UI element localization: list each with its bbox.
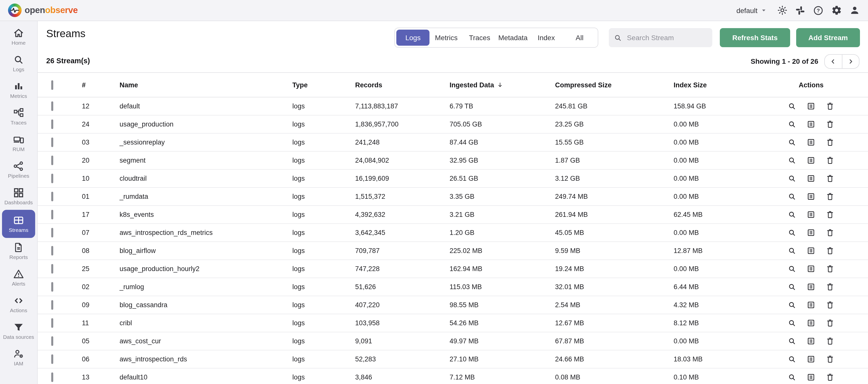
org-dropdown[interactable]: default bbox=[736, 6, 767, 14]
stream-details-icon[interactable] bbox=[807, 373, 815, 382]
add-stream-button[interactable]: Add Stream bbox=[796, 28, 860, 47]
explore-icon[interactable] bbox=[787, 355, 796, 363]
tab-traces[interactable]: Traces bbox=[463, 30, 496, 46]
row-checkbox[interactable] bbox=[51, 228, 53, 237]
delete-icon[interactable] bbox=[826, 192, 834, 201]
stream-details-icon[interactable] bbox=[807, 120, 815, 128]
tab-metadata[interactable]: Metadata bbox=[496, 30, 530, 46]
stream-details-icon[interactable] bbox=[807, 337, 815, 345]
cell-records: 3,642,345 bbox=[355, 229, 450, 236]
explore-icon[interactable] bbox=[787, 174, 796, 183]
sidebar-item-metrics[interactable]: Metrics bbox=[2, 77, 35, 103]
explore-icon[interactable] bbox=[787, 301, 796, 309]
sidebar-item-traces[interactable]: Traces bbox=[2, 103, 35, 130]
sidebar-item-iam[interactable]: IAM bbox=[2, 344, 35, 371]
stream-details-icon[interactable] bbox=[807, 301, 815, 309]
stream-details-icon[interactable] bbox=[807, 156, 815, 165]
explore-icon[interactable] bbox=[787, 264, 796, 273]
delete-icon[interactable] bbox=[826, 319, 834, 327]
stream-details-icon[interactable] bbox=[807, 102, 815, 110]
sidebar-item-home[interactable]: Home bbox=[2, 24, 35, 50]
explore-icon[interactable] bbox=[787, 228, 796, 237]
theme-toggle-icon[interactable] bbox=[777, 5, 787, 15]
row-checkbox[interactable] bbox=[51, 101, 53, 111]
select-all-checkbox[interactable] bbox=[51, 80, 53, 90]
delete-icon[interactable] bbox=[826, 264, 834, 273]
explore-icon[interactable] bbox=[787, 192, 796, 201]
sidebar-item-logs[interactable]: Logs bbox=[2, 50, 35, 77]
delete-icon[interactable] bbox=[826, 337, 834, 345]
row-checkbox[interactable] bbox=[51, 282, 53, 292]
col-header-ingested[interactable]: Ingested Data bbox=[450, 81, 555, 89]
row-checkbox[interactable] bbox=[51, 210, 53, 219]
help-icon[interactable]: ? bbox=[813, 5, 824, 16]
row-checkbox[interactable] bbox=[51, 373, 53, 382]
settings-gear-icon[interactable] bbox=[831, 5, 842, 15]
prev-page-button[interactable] bbox=[825, 55, 842, 68]
stream-details-icon[interactable] bbox=[807, 228, 815, 237]
tab-index[interactable]: Index bbox=[530, 30, 563, 46]
stream-details-icon[interactable] bbox=[807, 283, 815, 291]
delete-icon[interactable] bbox=[826, 102, 834, 110]
row-checkbox[interactable] bbox=[51, 156, 53, 165]
search-stream-input[interactable] bbox=[626, 33, 707, 42]
sidebar-item-data-sources[interactable]: Data sources bbox=[2, 318, 35, 344]
user-profile-icon[interactable] bbox=[849, 5, 860, 15]
row-checkbox[interactable] bbox=[51, 318, 53, 328]
row-checkbox[interactable] bbox=[51, 174, 53, 183]
refresh-stats-button[interactable]: Refresh Stats bbox=[720, 28, 790, 47]
stream-details-icon[interactable] bbox=[807, 192, 815, 201]
tab-metrics[interactable]: Metrics bbox=[430, 30, 463, 46]
row-checkbox[interactable] bbox=[51, 354, 53, 364]
explore-icon[interactable] bbox=[787, 373, 796, 382]
delete-icon[interactable] bbox=[826, 120, 834, 128]
delete-icon[interactable] bbox=[826, 247, 834, 255]
row-checkbox[interactable] bbox=[51, 246, 53, 256]
tab-logs[interactable]: Logs bbox=[396, 30, 430, 46]
stream-details-icon[interactable] bbox=[807, 138, 815, 147]
sidebar-item-rum[interactable]: RUM bbox=[2, 130, 35, 157]
slack-icon[interactable] bbox=[795, 5, 805, 15]
row-checkbox[interactable] bbox=[51, 137, 53, 147]
explore-icon[interactable] bbox=[787, 319, 796, 327]
explore-icon[interactable] bbox=[787, 210, 796, 219]
delete-icon[interactable] bbox=[826, 373, 834, 382]
sidebar-item-reports[interactable]: Reports bbox=[2, 238, 35, 264]
delete-icon[interactable] bbox=[826, 156, 834, 165]
delete-icon[interactable] bbox=[826, 174, 834, 183]
sidebar-item-streams[interactable]: Streams bbox=[2, 210, 35, 238]
next-page-button[interactable] bbox=[842, 55, 859, 68]
row-checkbox[interactable] bbox=[51, 336, 53, 346]
sidebar-item-actions[interactable]: Actions bbox=[2, 291, 35, 318]
delete-icon[interactable] bbox=[826, 138, 834, 147]
stream-details-icon[interactable] bbox=[807, 355, 815, 363]
sidebar-item-alerts[interactable]: Alerts bbox=[2, 264, 35, 291]
cell-name: blog_cassandra bbox=[120, 301, 292, 309]
delete-icon[interactable] bbox=[826, 228, 834, 237]
stream-details-icon[interactable] bbox=[807, 247, 815, 255]
sidebar-item-dashboards[interactable]: Dashboards bbox=[2, 183, 35, 210]
delete-icon[interactable] bbox=[826, 301, 834, 309]
row-checkbox[interactable] bbox=[51, 264, 53, 274]
explore-icon[interactable] bbox=[787, 120, 796, 128]
explore-icon[interactable] bbox=[787, 138, 796, 147]
row-checkbox[interactable] bbox=[51, 300, 53, 310]
delete-icon[interactable] bbox=[826, 210, 834, 219]
tab-all[interactable]: All bbox=[563, 30, 596, 46]
stream-details-icon[interactable] bbox=[807, 174, 815, 183]
stream-details-icon[interactable] bbox=[807, 319, 815, 327]
explore-icon[interactable] bbox=[787, 156, 796, 165]
sidebar-item-label: Metrics bbox=[10, 94, 27, 99]
explore-icon[interactable] bbox=[787, 337, 796, 345]
stream-details-icon[interactable] bbox=[807, 210, 815, 219]
stream-details-icon[interactable] bbox=[807, 264, 815, 273]
cell-name: aws_introspection_rds_metrics bbox=[120, 229, 292, 236]
explore-icon[interactable] bbox=[787, 102, 796, 110]
delete-icon[interactable] bbox=[826, 355, 834, 363]
row-checkbox[interactable] bbox=[51, 120, 53, 129]
delete-icon[interactable] bbox=[826, 283, 834, 291]
explore-icon[interactable] bbox=[787, 247, 796, 255]
explore-icon[interactable] bbox=[787, 283, 796, 291]
row-checkbox[interactable] bbox=[51, 192, 53, 201]
sidebar-item-pipelines[interactable]: Pipelines bbox=[2, 157, 35, 183]
